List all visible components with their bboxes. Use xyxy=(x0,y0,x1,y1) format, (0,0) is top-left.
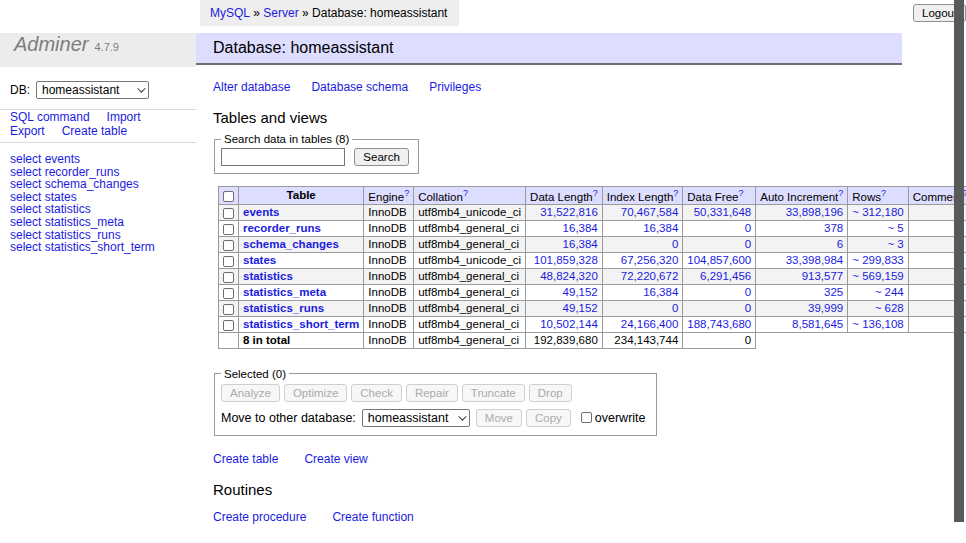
help-link[interactable]: ? xyxy=(881,188,886,198)
table-row: statesInnoDButf8mb4_unicode_ci101,859,32… xyxy=(219,252,966,268)
auto-increment-link[interactable]: 378 xyxy=(824,222,843,234)
data-free-link[interactable]: 50,331,648 xyxy=(694,206,752,218)
help-link[interactable]: ? xyxy=(673,188,678,198)
data-length-cell: 16,384 xyxy=(526,236,603,252)
data-free-link[interactable]: 0 xyxy=(745,302,751,314)
rows-cell: ~ 3 xyxy=(848,236,908,252)
db-select[interactable]: homeassistant xyxy=(36,81,149,99)
index-length-link[interactable]: 0 xyxy=(672,302,678,314)
auto-increment-cell: 8,581,645 xyxy=(756,316,848,332)
row-checkbox[interactable] xyxy=(223,320,234,331)
index-length-link[interactable]: 16,384 xyxy=(643,286,678,298)
link-create-view[interactable]: Create view xyxy=(304,452,367,466)
app-version[interactable]: 4.7.9 xyxy=(94,41,118,53)
table-link-statistics-short-term[interactable]: statistics_short_term xyxy=(243,318,359,330)
link-create-function[interactable]: Create function xyxy=(332,510,413,524)
table-link-recorder-runs[interactable]: recorder_runs xyxy=(243,222,321,234)
data-free-link[interactable]: 188,743,680 xyxy=(687,318,751,330)
data-length-link[interactable]: 48,824,320 xyxy=(540,270,598,282)
link-create-table[interactable]: Create table xyxy=(213,452,278,466)
rows-link[interactable]: ~ 5 xyxy=(887,222,903,234)
table-link-events[interactable]: events xyxy=(243,206,279,218)
data-free-link[interactable]: 6,291,456 xyxy=(700,270,751,282)
index-length-link[interactable]: 72,220,672 xyxy=(621,270,679,282)
data-length-link[interactable]: 16,384 xyxy=(563,238,598,250)
row-checkbox[interactable] xyxy=(223,304,234,315)
sidebar-action-create-table[interactable]: Create table xyxy=(62,125,127,139)
db-link-privileges[interactable]: Privileges xyxy=(429,80,481,94)
auto-increment-link[interactable]: 913,577 xyxy=(802,270,844,282)
overwrite-checkbox[interactable] xyxy=(581,412,592,423)
truncate-button[interactable]: Truncate xyxy=(462,384,525,402)
vertical-scrollbar[interactable] xyxy=(954,0,964,522)
sidebar-action-sql-command[interactable]: SQL command xyxy=(10,111,90,125)
table-link-states[interactable]: states xyxy=(243,254,276,266)
drop-button[interactable]: Drop xyxy=(529,384,572,402)
sidebar-select-events[interactable]: select events xyxy=(10,153,155,166)
table-header-row: TableEngine?Collation?Data Length?Index … xyxy=(219,187,966,205)
move-db-select[interactable]: homeassistant xyxy=(362,409,470,427)
data-free-link[interactable]: 0 xyxy=(745,222,751,234)
data-length-link[interactable]: 49,152 xyxy=(563,302,598,314)
index-length-link[interactable]: 24,166,400 xyxy=(621,318,679,330)
data-length-link[interactable]: 101,859,328 xyxy=(534,254,598,266)
auto-increment-link[interactable]: 39,999 xyxy=(808,302,843,314)
row-checkbox[interactable] xyxy=(223,208,234,219)
table-link-statistics-meta[interactable]: statistics_meta xyxy=(243,286,326,298)
table-link-statistics[interactable]: statistics xyxy=(243,270,293,282)
table-link-schema-changes[interactable]: schema_changes xyxy=(243,238,339,250)
data-length-link[interactable]: 10,502,144 xyxy=(540,318,598,330)
index-length-link[interactable]: 67,256,320 xyxy=(621,254,679,266)
help-link[interactable]: ? xyxy=(463,188,468,198)
row-checkbox[interactable] xyxy=(223,288,234,299)
rows-link[interactable]: ~ 3 xyxy=(887,238,903,250)
help-link[interactable]: ? xyxy=(593,188,598,198)
optimize-button[interactable]: Optimize xyxy=(284,384,347,402)
rows-link[interactable]: ~ 136,108 xyxy=(852,318,903,330)
rows-link[interactable]: ~ 628 xyxy=(875,302,904,314)
data-free-link[interactable]: 104,857,600 xyxy=(687,254,751,266)
index-length-link[interactable]: 0 xyxy=(672,238,678,250)
rows-link[interactable]: ~ 299,833 xyxy=(852,254,903,266)
check-button[interactable]: Check xyxy=(351,384,402,402)
rows-link[interactable]: ~ 569,159 xyxy=(852,270,903,282)
row-checkbox[interactable] xyxy=(223,256,234,267)
search-button[interactable]: Search xyxy=(354,148,408,166)
data-free-link[interactable]: 0 xyxy=(745,286,751,298)
help-link[interactable]: ? xyxy=(838,188,843,198)
repair-button[interactable]: Repair xyxy=(406,384,458,402)
link-create-procedure[interactable]: Create procedure xyxy=(213,510,306,524)
auto-increment-link[interactable]: 33,398,984 xyxy=(786,254,844,266)
sidebar-action-import[interactable]: Import xyxy=(107,111,141,125)
sidebar-select-schema-changes[interactable]: select schema_changes xyxy=(10,178,155,191)
auto-increment-link[interactable]: 325 xyxy=(824,286,843,298)
data-length-link[interactable]: 31,522,816 xyxy=(540,206,598,218)
db-link-database-schema[interactable]: Database schema xyxy=(311,80,408,94)
db-link-alter-database[interactable]: Alter database xyxy=(213,80,290,94)
index-length-link[interactable]: 70,467,584 xyxy=(621,206,679,218)
copy-button[interactable]: Copy xyxy=(526,409,571,427)
data-length-link[interactable]: 49,152 xyxy=(563,286,598,298)
index-length-link[interactable]: 16,384 xyxy=(643,222,678,234)
auto-increment-link[interactable]: 33,898,196 xyxy=(786,206,844,218)
help-link[interactable]: ? xyxy=(738,188,743,198)
rows-link[interactable]: ~ 244 xyxy=(875,286,904,298)
row-checkbox[interactable] xyxy=(223,224,234,235)
sidebar-select-statistics-meta[interactable]: select statistics_meta xyxy=(10,216,155,229)
analyze-button[interactable]: Analyze xyxy=(221,384,280,402)
table-link-statistics-runs[interactable]: statistics_runs xyxy=(243,302,324,314)
table-name-cell: recorder_runs xyxy=(239,220,364,236)
move-button[interactable]: Move xyxy=(476,409,522,427)
row-checkbox[interactable] xyxy=(223,272,234,283)
sidebar-select-statistics-short-term[interactable]: select statistics_short_term xyxy=(10,241,155,254)
auto-increment-link[interactable]: 8,581,645 xyxy=(792,318,843,330)
rows-link[interactable]: ~ 312,180 xyxy=(852,206,903,218)
data-length-link[interactable]: 16,384 xyxy=(563,222,598,234)
data-free-link[interactable]: 0 xyxy=(745,238,751,250)
sidebar-action-export[interactable]: Export xyxy=(10,125,45,139)
help-link[interactable]: ? xyxy=(404,188,409,198)
select-all-checkbox[interactable] xyxy=(223,191,234,202)
auto-increment-link[interactable]: 6 xyxy=(837,238,843,250)
row-checkbox[interactable] xyxy=(223,240,234,251)
search-input[interactable] xyxy=(221,148,345,166)
